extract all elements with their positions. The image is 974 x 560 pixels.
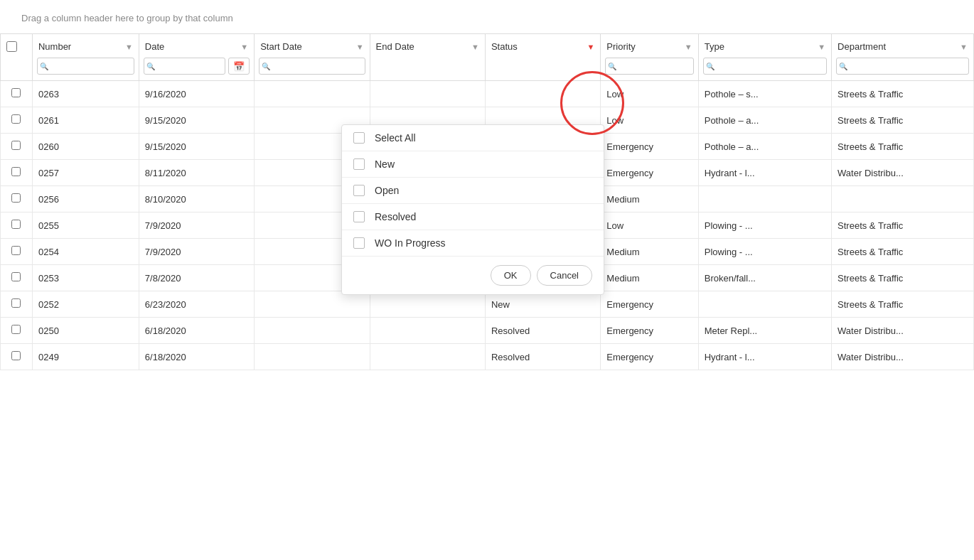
- checkbox-wo-in-progress[interactable]: [353, 237, 365, 249]
- checkbox-resolved[interactable]: [353, 211, 365, 222]
- search-input-priority[interactable]: [605, 58, 693, 75]
- dropdown-item-wo-in-progress[interactable]: WO In Progress: [342, 230, 604, 257]
- col-label-date: Date: [145, 41, 164, 52]
- dropdown-item-select-all[interactable]: Select All: [342, 125, 604, 151]
- col-header-date: Date ▼ 📅: [139, 34, 254, 81]
- row-checkbox-9[interactable]: [11, 325, 21, 334]
- cell-checkbox-2: [1, 134, 33, 160]
- cell-department-6: Streets & Traffic: [832, 239, 974, 265]
- row-checkbox-3[interactable]: [11, 167, 21, 176]
- cell-status-9: Resolved: [485, 318, 600, 344]
- col-header-checkbox: [1, 34, 33, 81]
- row-checkbox-10[interactable]: [11, 351, 21, 360]
- calendar-button-date[interactable]: 📅: [228, 58, 250, 75]
- row-checkbox-7[interactable]: [11, 272, 21, 281]
- dropdown-item-open[interactable]: Open: [342, 178, 604, 204]
- col-label-number: Number: [38, 41, 71, 52]
- row-checkbox-5[interactable]: [11, 220, 21, 229]
- row-checkbox-0[interactable]: [11, 88, 21, 97]
- search-input-department[interactable]: [836, 58, 969, 75]
- cell-date-10: 6/18/2020: [139, 344, 254, 370]
- cell-department-4: [832, 186, 974, 212]
- cell-enddate-9: [370, 318, 485, 344]
- cell-department-3: Water Distribu...: [832, 160, 974, 186]
- filter-icon-enddate[interactable]: ▼: [471, 43, 479, 51]
- cell-startdate-8: [255, 291, 370, 318]
- cell-date-5: 7/9/2020: [139, 212, 254, 239]
- cell-number-2: 0260: [32, 134, 139, 160]
- cell-checkbox-9: [1, 318, 33, 344]
- cell-date-2: 9/15/2020: [139, 134, 254, 160]
- cell-department-7: Streets & Traffic: [832, 265, 974, 291]
- cell-date-6: 7/9/2020: [139, 239, 254, 265]
- cell-type-5: Plowing - ...: [698, 212, 831, 239]
- cell-department-10: Water Distribu...: [832, 344, 974, 370]
- cell-date-0: 9/16/2020: [139, 81, 254, 107]
- cell-date-1: 9/15/2020: [139, 107, 254, 134]
- col-header-status: Status ▼: [485, 34, 600, 81]
- cell-date-9: 6/18/2020: [139, 318, 254, 344]
- cell-date-7: 7/8/2020: [139, 265, 254, 291]
- table-row: 0252 6/23/2020 New Emergency Streets & T…: [1, 291, 974, 318]
- cell-department-8: Streets & Traffic: [832, 291, 974, 318]
- cell-checkbox-6: [1, 239, 33, 265]
- cell-number-5: 0255: [32, 212, 139, 239]
- dropdown-item-resolved[interactable]: Resolved: [342, 204, 604, 230]
- checkbox-open[interactable]: [353, 185, 365, 196]
- cell-type-6: Plowing - ...: [698, 239, 831, 265]
- filter-icon-number[interactable]: ▼: [125, 43, 133, 51]
- cell-enddate-10: [370, 344, 485, 370]
- status-filter-dropdown: Select All New Open Resolved WO In Progr…: [341, 124, 604, 295]
- filter-icon-date[interactable]: ▼: [240, 43, 248, 51]
- cell-checkbox-5: [1, 212, 33, 239]
- col-header-number: Number ▼: [32, 34, 139, 81]
- drag-hint: Drag a column header here to group by th…: [0, 0, 974, 33]
- filter-icon-type[interactable]: ▼: [818, 43, 825, 51]
- cell-department-0: Streets & Traffic: [832, 81, 974, 107]
- dropdown-label-wo-in-progress: WO In Progress: [375, 237, 446, 249]
- dropdown-item-new[interactable]: New: [342, 151, 604, 178]
- row-checkbox-4[interactable]: [11, 193, 21, 203]
- cell-priority-3: Emergency: [601, 160, 698, 186]
- filter-icon-status[interactable]: ▼: [587, 43, 594, 51]
- cell-checkbox-7: [1, 265, 33, 291]
- cell-checkbox-0: [1, 81, 33, 107]
- cell-number-8: 0252: [32, 291, 139, 318]
- row-checkbox-6[interactable]: [11, 246, 21, 255]
- cancel-button[interactable]: Cancel: [537, 265, 592, 286]
- page-wrapper: Drag a column header here to group by th…: [0, 0, 974, 560]
- row-checkbox-8[interactable]: [11, 298, 21, 308]
- filter-icon-department[interactable]: ▼: [960, 43, 968, 51]
- col-label-status: Status: [491, 41, 518, 52]
- search-input-startdate[interactable]: [259, 58, 365, 75]
- filter-icon-priority[interactable]: ▼: [685, 43, 692, 51]
- cell-number-1: 0261: [32, 107, 139, 134]
- dropdown-label-resolved: Resolved: [375, 211, 416, 222]
- select-all-checkbox[interactable]: [6, 41, 17, 52]
- cell-priority-1: Low: [601, 107, 698, 134]
- cell-date-8: 6/23/2020: [139, 291, 254, 318]
- row-checkbox-1[interactable]: [11, 114, 21, 124]
- ok-button[interactable]: OK: [491, 265, 531, 286]
- dropdown-label-open: Open: [375, 185, 399, 196]
- checkbox-new[interactable]: [353, 158, 365, 170]
- search-input-date[interactable]: [144, 58, 225, 75]
- row-checkbox-2[interactable]: [11, 141, 21, 150]
- cell-priority-4: Medium: [601, 186, 698, 212]
- cell-date-3: 8/11/2020: [139, 160, 254, 186]
- cell-status-0: [485, 81, 600, 107]
- search-input-type[interactable]: [703, 58, 827, 75]
- cell-priority-5: Low: [601, 212, 698, 239]
- cell-priority-0: Low: [601, 81, 698, 107]
- cell-priority-2: Emergency: [601, 134, 698, 160]
- cell-department-1: Streets & Traffic: [832, 107, 974, 134]
- cell-priority-9: Emergency: [601, 318, 698, 344]
- filter-icon-startdate[interactable]: ▼: [356, 43, 364, 51]
- cell-priority-7: Medium: [601, 265, 698, 291]
- checkbox-select-all[interactable]: [353, 132, 365, 144]
- cell-department-2: Streets & Traffic: [832, 134, 974, 160]
- search-input-number[interactable]: [37, 58, 134, 75]
- cell-checkbox-3: [1, 160, 33, 186]
- dropdown-label-select-all: Select All: [375, 132, 416, 144]
- cell-type-2: Pothole – a...: [698, 134, 831, 160]
